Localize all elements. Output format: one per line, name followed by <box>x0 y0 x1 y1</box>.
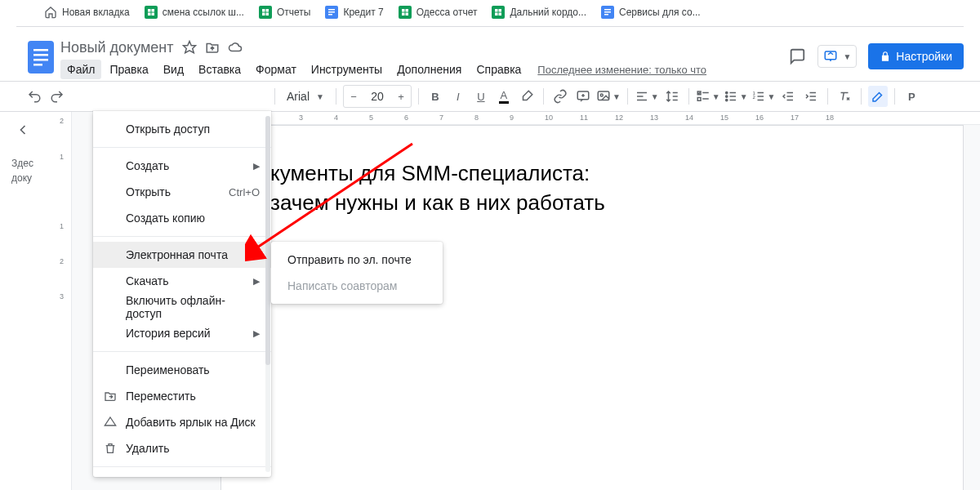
sheets-icon <box>399 6 412 19</box>
menu-item-rename[interactable]: Переименовать <box>93 357 271 383</box>
chevron-right-icon: ▶ <box>253 276 260 287</box>
bookmark-label: Сервисы для со... <box>619 7 701 18</box>
menu-item-delete[interactable]: Удалить <box>93 435 271 461</box>
bookmark-label: Новая вкладка <box>62 7 130 18</box>
bulleted-list-button[interactable]: ▼ <box>724 86 748 107</box>
insert-image-button[interactable]: ▼ <box>596 86 621 107</box>
underline-button[interactable]: U <box>471 86 491 107</box>
divider <box>16 26 964 27</box>
bold-button[interactable]: B <box>425 86 445 107</box>
redo-button[interactable] <box>47 86 67 107</box>
svg-rect-23 <box>604 14 608 16</box>
last-edit-link[interactable]: Последнее изменение: только что <box>537 64 706 76</box>
input-tools-button[interactable]: Р <box>902 86 921 107</box>
star-icon[interactable] <box>182 40 197 55</box>
share-settings-label: Настройки <box>896 50 952 63</box>
menu-item-history[interactable]: История версий▶ <box>93 320 271 346</box>
toolbar: Arial▼ − + B I U A ▼ ▼ ▼ ▼ 12▼ Р <box>0 81 980 112</box>
bookmark-item[interactable]: смена ссылок ш... <box>145 6 244 19</box>
outline-panel: Здесдоку <box>0 112 57 490</box>
bookmark-item[interactable]: Новая вкладка <box>44 6 130 19</box>
submenu-send-email[interactable]: Отправить по эл. почте <box>271 247 443 273</box>
bookmark-label: Кредит 7 <box>343 7 383 18</box>
menu-format[interactable]: Формат <box>249 60 303 79</box>
menu-view[interactable]: Вид <box>157 60 190 79</box>
chevron-down-icon: ▼ <box>843 52 851 61</box>
share-settings-button[interactable]: Настройки <box>868 43 964 69</box>
svg-marker-62 <box>105 417 115 425</box>
bookmark-label: Дальний кордо... <box>510 7 586 18</box>
text-color-button[interactable]: A <box>494 86 514 107</box>
menu-item-create[interactable]: Создать▶ <box>93 153 271 179</box>
menu-item-offline[interactable]: Включить офлайн-доступ <box>93 294 271 320</box>
svg-rect-10 <box>328 11 335 13</box>
chevron-down-icon: ▼ <box>316 92 324 101</box>
insert-comment-button[interactable] <box>573 86 593 107</box>
numbered-list-button[interactable]: 12▼ <box>751 86 776 107</box>
present-button[interactable]: ▼ <box>817 45 857 68</box>
font-family-select[interactable]: Arial▼ <box>282 86 329 107</box>
chevron-right-icon: ▶ <box>253 161 260 172</box>
svg-point-46 <box>725 99 727 100</box>
menu-item-share[interactable]: Открыть доступ <box>93 116 271 142</box>
dropdown-scrollbar[interactable] <box>265 116 270 472</box>
editing-mode-button[interactable] <box>868 86 888 107</box>
menu-item-make-copy[interactable]: Создать копию <box>93 205 271 231</box>
align-button[interactable]: ▼ <box>635 86 659 107</box>
font-size-input[interactable] <box>363 90 391 103</box>
docs-logo[interactable] <box>24 37 57 78</box>
move-icon[interactable] <box>205 40 220 55</box>
indent-button[interactable] <box>801 86 821 107</box>
highlight-color-button[interactable] <box>517 86 537 107</box>
vertical-ruler[interactable]: 2 1 1 2 3 <box>57 112 72 490</box>
undo-button[interactable] <box>24 86 44 107</box>
submenu-write-coauthors: Написать соавторам <box>271 273 443 299</box>
bookmark-item[interactable]: Одесса отчет <box>399 6 478 19</box>
page-heading[interactable]: кументы для SMM-специалиста: зачем нужны… <box>270 158 914 218</box>
svg-rect-11 <box>328 14 332 16</box>
menu-item-move[interactable]: Переместить <box>93 383 271 409</box>
svg-point-44 <box>725 91 727 93</box>
menu-item-email[interactable]: Электронная почта▶ <box>93 242 271 268</box>
menu-addons[interactable]: Дополнения <box>390 60 468 79</box>
font-size-decrease[interactable]: − <box>344 86 363 107</box>
chevron-right-icon: ▶ <box>253 328 260 339</box>
document-page[interactable]: кументы для SMM-специалиста: зачем нужны… <box>220 125 964 490</box>
bookmark-item[interactable]: Кредит 7 <box>325 6 383 19</box>
menubar: Файл Правка Вид Вставка Формат Инструмен… <box>60 58 788 81</box>
svg-point-33 <box>600 94 603 96</box>
outline-close-button[interactable] <box>11 118 34 141</box>
bookmark-item[interactable]: Сервисы для со... <box>601 6 701 19</box>
menu-tools[interactable]: Инструменты <box>305 60 389 79</box>
svg-marker-29 <box>183 42 195 53</box>
outdent-button[interactable] <box>778 86 798 107</box>
menu-item-add-shortcut[interactable]: Добавить ярлык на Диск <box>93 409 271 435</box>
outline-empty-text: Здесдоку <box>11 156 47 185</box>
doc-title[interactable]: Новый документ <box>60 39 174 56</box>
bookmark-item[interactable]: Отчеты <box>259 6 310 19</box>
sheets-icon <box>259 6 272 19</box>
comments-icon[interactable] <box>788 47 806 65</box>
trash-icon <box>103 441 118 456</box>
email-submenu: Отправить по эл. почте Написать соавтора… <box>271 242 443 304</box>
font-size-increase[interactable]: + <box>391 86 411 107</box>
italic-button[interactable]: I <box>448 86 468 107</box>
menu-item-download[interactable]: Скачать▶ <box>93 268 271 294</box>
bookmark-item[interactable]: Дальний кордо... <box>492 6 586 19</box>
checklist-button[interactable]: ▼ <box>696 86 720 107</box>
drive-shortcut-icon <box>103 415 118 430</box>
menu-item-open[interactable]: ОткрытьCtrl+O <box>93 179 271 205</box>
menu-file[interactable]: Файл <box>60 60 101 79</box>
insert-link-button[interactable] <box>550 86 570 107</box>
bookmark-label: Отчеты <box>277 7 310 18</box>
menu-insert[interactable]: Вставка <box>192 60 247 79</box>
svg-rect-26 <box>33 54 48 56</box>
horizontal-ruler[interactable]: 1 2 3 4 5 6 7 8 9 10 11 12 13 14 15 16 1… <box>220 112 980 125</box>
line-spacing-button[interactable] <box>662 86 682 107</box>
cloud-status-icon[interactable] <box>228 40 243 55</box>
menu-edit[interactable]: Правка <box>103 60 154 79</box>
bookmark-label: Одесса отчет <box>416 7 478 18</box>
clear-formatting-button[interactable] <box>835 86 854 107</box>
svg-rect-9 <box>328 9 335 11</box>
menu-help[interactable]: Справка <box>470 60 528 79</box>
